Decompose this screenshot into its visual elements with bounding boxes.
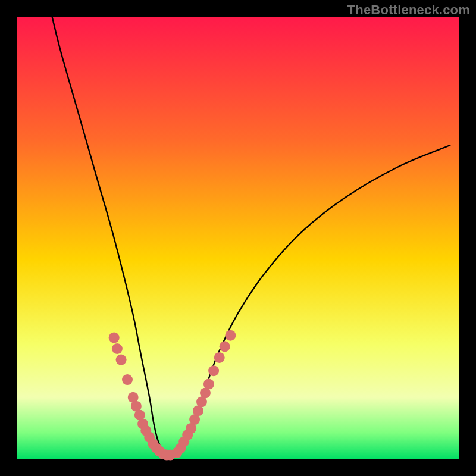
curve-dot — [220, 341, 230, 352]
watermark-text: TheBottleneck.com — [347, 2, 470, 18]
curve-dot — [112, 343, 123, 354]
plot-background — [17, 17, 459, 459]
curve-dot — [208, 365, 219, 376]
curve-dot — [214, 352, 225, 363]
curve-dot — [122, 374, 133, 385]
curve-dot — [109, 332, 120, 343]
bottleneck-chart — [0, 0, 476, 476]
curve-dot — [225, 330, 236, 341]
chart-frame: TheBottleneck.com — [0, 0, 476, 476]
curve-dot — [116, 355, 127, 365]
curve-dot — [203, 379, 214, 390]
